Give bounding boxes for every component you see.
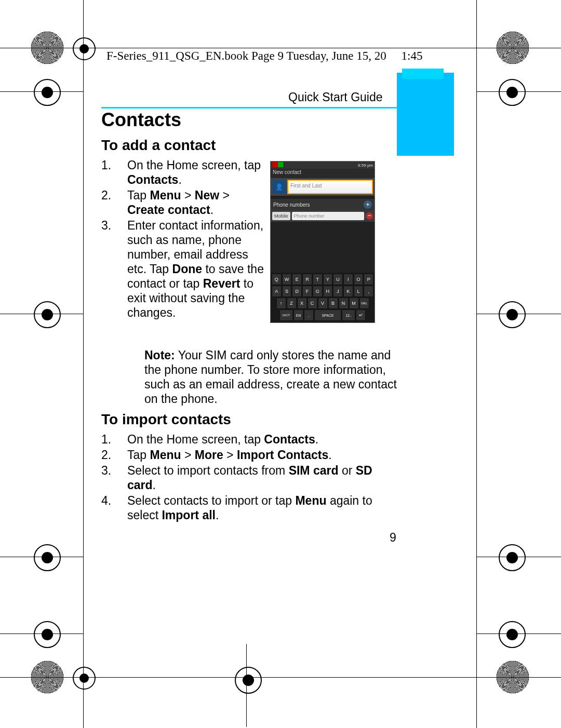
phone-screen-title: New contact [271, 169, 375, 178]
key: H [323, 286, 333, 297]
key: Y [323, 274, 333, 285]
print-guide-line [0, 91, 83, 92]
print-guide-line [83, 0, 84, 728]
key: P [364, 274, 373, 285]
print-guide-line [0, 314, 83, 314]
phone-keyboard: Q W E R T Y U I O P A S D F G H J K L , … [271, 273, 375, 322]
numeric-key: 12.. [342, 309, 355, 321]
shift-key-icon: ↑ [276, 298, 286, 309]
page-title: Contacts [101, 109, 181, 131]
list-item: 3. Select to import contacts from SIM ca… [101, 463, 403, 492]
divider [101, 107, 397, 109]
print-register-icon [34, 301, 61, 328]
phone-screenshot-figure: 8:59 pm New contact 👤 First and Last Pho… [270, 161, 375, 323]
list-item: 3. Enter contact information, such as na… [101, 218, 268, 320]
step-text: Select contacts to import or tap Menu ag… [127, 493, 403, 522]
key: G [313, 286, 323, 297]
print-register-icon [73, 667, 96, 690]
key: F [302, 286, 312, 297]
step-text: Select to import contacts from SIM card … [127, 463, 403, 492]
keyboard-row: A S D F G H J K L , [272, 286, 373, 297]
key: M [349, 298, 359, 309]
add-contact-steps: 1. On the Home screen, tap Contacts. 2. … [101, 158, 268, 321]
lang-key: EN [293, 309, 303, 321]
print-register-icon [34, 544, 61, 571]
key: D [292, 286, 302, 297]
print-register-icon [34, 621, 61, 648]
key: L [354, 286, 364, 297]
key: V [318, 298, 328, 309]
print-guide-line [0, 633, 83, 634]
step-number: 3. [101, 463, 127, 492]
page-number: 9 [390, 531, 396, 545]
dict-key: DICT [279, 309, 293, 321]
key: R [302, 274, 312, 285]
key: N [339, 298, 349, 309]
key: C [308, 298, 317, 309]
keyboard-row: ↑ Z X C V B N M DEL [272, 298, 373, 309]
print-register-icon [499, 79, 526, 106]
key: U [333, 274, 343, 285]
print-guide-line [476, 314, 561, 314]
key: I [343, 274, 353, 285]
step-text: On the Home screen, tap Contacts. [127, 432, 403, 447]
key: A [272, 286, 282, 297]
key: . [304, 309, 314, 321]
step-number: 1. [101, 432, 127, 447]
step-text: Enter contact information, such as name,… [127, 218, 268, 320]
key: X [297, 298, 307, 309]
add-number-icon: + [364, 200, 372, 209]
list-item: 4. Select contacts to import or tap Menu… [101, 493, 403, 522]
key: K [343, 286, 353, 297]
phone-statusbar: 8:59 pm [271, 161, 375, 169]
print-guide-line [476, 633, 561, 634]
enter-key-icon: ↵ [356, 309, 366, 321]
keyboard-row: Q W E R T Y U I O P [272, 274, 373, 285]
print-guide-line [476, 0, 477, 728]
step-number: 1. [101, 158, 127, 187]
key: Z [287, 298, 297, 309]
print-header-text: F-Series_911_QSG_EN.book Page 9 Tuesday,… [106, 49, 422, 63]
section-tab-marker [397, 73, 454, 156]
key: B [328, 298, 338, 309]
list-item: 2. Tap Menu > New > Create contact. [101, 188, 268, 217]
phone-section-label: Phone numbers [273, 202, 310, 208]
print-register-icon [34, 79, 61, 106]
list-item: 2. Tap Menu > More > Import Contacts. [101, 448, 403, 462]
keyboard-row: DICT EN . SPACE 12.. ↵ [272, 309, 373, 321]
step-number: 2. [101, 188, 127, 217]
name-field: First and Last [287, 180, 373, 194]
key: S [282, 286, 292, 297]
remove-number-icon: − [366, 212, 373, 220]
key: W [282, 274, 292, 285]
print-guide-line [246, 644, 247, 727]
print-guide-line [0, 557, 83, 557]
contact-photo-icon: 👤 [272, 180, 286, 194]
print-guide-line [476, 91, 561, 92]
key: J [333, 286, 343, 297]
print-guide-line [476, 557, 561, 557]
space-key: SPACE [314, 309, 341, 321]
key: O [354, 274, 364, 285]
print-register-icon [73, 37, 96, 60]
print-guide-line [0, 677, 561, 678]
print-guide-line [0, 48, 561, 48]
print-register-icon [235, 667, 262, 694]
breadcrumb-label: Quick Start Guide [288, 90, 383, 104]
delete-key-icon: DEL [359, 298, 369, 309]
print-register-icon [499, 621, 526, 648]
list-item: 1. On the Home screen, tap Contacts. [101, 158, 268, 187]
step-text: On the Home screen, tap Contacts. [127, 158, 268, 187]
phone-time: 8:59 pm [358, 163, 373, 168]
print-register-icon [499, 544, 526, 571]
step-number: 2. [101, 448, 127, 462]
list-item: 1. On the Home screen, tap Contacts. [101, 432, 403, 447]
phone-number-field: Phone number [292, 212, 364, 220]
step-number: 4. [101, 493, 127, 522]
phone-type-label: Mobile [272, 212, 290, 220]
step-text: Tap Menu > More > Import Contacts. [127, 448, 403, 462]
note-block: Note: Your SIM card only stores the name… [144, 348, 399, 406]
section-heading-add: To add a contact [101, 137, 216, 154]
import-contacts-steps: 1. On the Home screen, tap Contacts. 2. … [101, 432, 403, 523]
key: , [364, 286, 373, 297]
